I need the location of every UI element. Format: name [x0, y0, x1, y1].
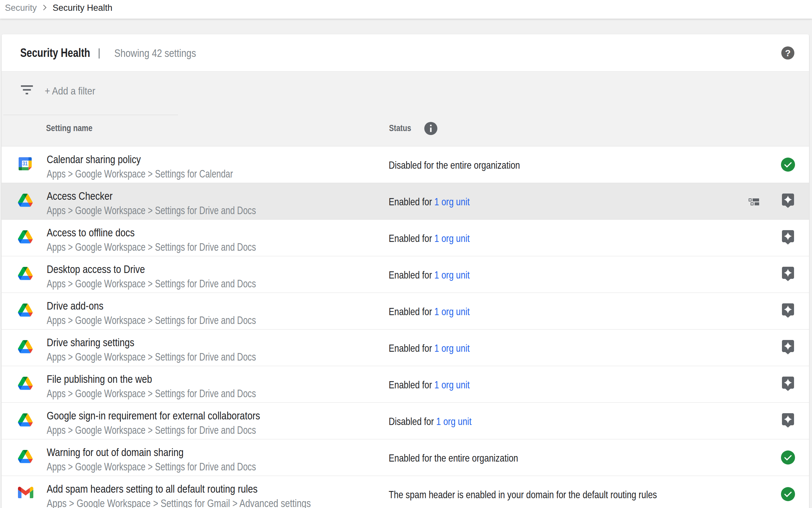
- svg-text:?: ?: [785, 48, 791, 58]
